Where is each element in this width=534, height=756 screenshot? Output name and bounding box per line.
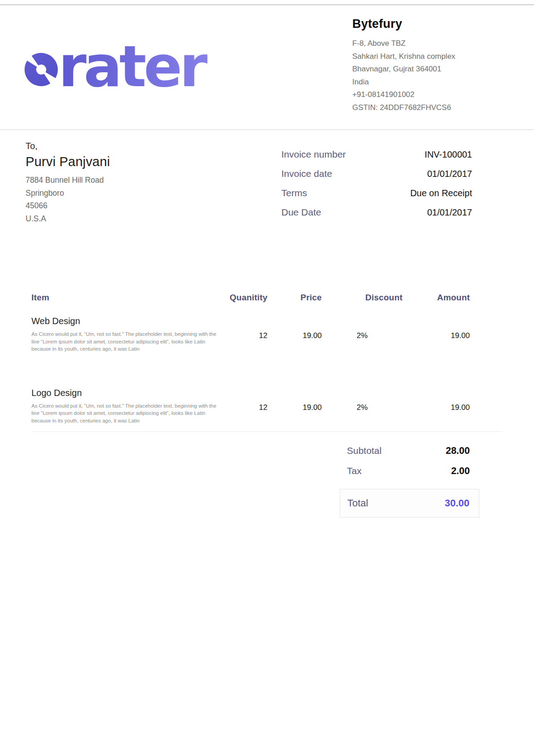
table-row: Logo Design As Cicero would put it, “Um,… — [31, 388, 470, 425]
invoice-date-value: 01/01/2017 — [427, 169, 472, 179]
item-name: Logo Design — [31, 388, 220, 398]
terms-value: Due on Receipt — [410, 188, 472, 198]
company-gstin: GSTIN: 24DDF7682FHVCS6 — [352, 101, 514, 114]
invoice-page: rater Bytefury F-8, Above TBZ Sahkari Ha… — [0, 0, 534, 756]
column-header-amount: Amount — [403, 293, 470, 303]
table-bottom-divider — [31, 431, 503, 432]
invoice-number-row: Invoice number INV-100001 — [281, 149, 472, 160]
table-row: Web Design As Cicero would put it, “Um, … — [31, 316, 470, 353]
item-name: Web Design — [31, 316, 220, 326]
top-divider — [0, 4, 534, 5]
tax-label: Tax — [347, 466, 362, 476]
column-header-discount: Discount — [322, 293, 403, 303]
items-table: Item Quanitity Price Discount Amount Web… — [31, 293, 470, 424]
total-label: Total — [347, 497, 368, 509]
company-address-line: Bhavnagar, Gujrat 364001 — [352, 63, 514, 76]
company-name: Bytefury — [352, 17, 514, 31]
crater-logo: rater — [21, 28, 218, 88]
item-discount: 2% — [322, 316, 403, 353]
customer-address-line: 45066 — [26, 199, 214, 212]
item-description: As Cicero would put it, “Um, not so fast… — [31, 330, 220, 353]
subtotal-label: Subtotal — [347, 445, 381, 456]
item-price: 19.00 — [267, 388, 322, 425]
item-discount: 2% — [322, 388, 403, 425]
item-amount: 19.00 — [403, 388, 470, 425]
customer-address: 7884 Bunnel Hill Road Springboro 45066 U… — [26, 174, 214, 225]
due-date-label: Due Date — [281, 207, 321, 218]
total-value: 30.00 — [445, 497, 469, 509]
item-price: 19.00 — [267, 316, 322, 353]
customer-name: Purvi Panjvani — [26, 154, 214, 169]
terms-label: Terms — [281, 188, 307, 198]
company-address-line: India — [352, 76, 514, 89]
customer-address-line: Springboro — [26, 187, 214, 200]
crater-logo-icon: rater — [21, 28, 218, 88]
subtotal-row: Subtotal 28.00 — [340, 445, 479, 457]
company-address-line: Sahkari Hart, Krishna complex — [352, 50, 514, 63]
item-amount: 19.00 — [403, 316, 470, 353]
company-block: Bytefury F-8, Above TBZ Sahkari Hart, Kr… — [352, 17, 514, 114]
item-quantity: 12 — [220, 388, 267, 425]
item-cell: Web Design As Cicero would put it, “Um, … — [31, 316, 220, 353]
total-box: Total 30.00 — [340, 489, 479, 518]
item-description: As Cicero would put it, “Um, not so fast… — [31, 402, 220, 425]
terms-row: Terms Due on Receipt — [281, 188, 472, 198]
item-quantity: 12 — [220, 316, 267, 353]
bill-to-block: To, Purvi Panjvani 7884 Bunnel Hill Road… — [26, 141, 214, 225]
invoice-date-label: Invoice date — [281, 168, 332, 179]
totals-block: Subtotal 28.00 Tax 2.00 Total 30.00 — [340, 445, 479, 518]
header-divider — [0, 129, 534, 130]
bill-to-label: To, — [26, 141, 214, 151]
svg-text:rater: rater — [58, 33, 208, 88]
due-date-value: 01/01/2017 — [427, 207, 472, 218]
customer-address-line: U.S.A — [26, 212, 214, 225]
item-cell: Logo Design As Cicero would put it, “Um,… — [31, 388, 220, 425]
column-header-item: Item — [31, 293, 220, 303]
customer-address-line: 7884 Bunnel Hill Road — [26, 174, 214, 187]
due-date-row: Due Date 01/01/2017 — [281, 207, 472, 218]
column-header-quantity: Quanitity — [220, 293, 267, 303]
invoice-number-label: Invoice number — [281, 149, 346, 160]
subtotal-value: 28.00 — [446, 445, 470, 457]
tax-row: Tax 2.00 — [340, 466, 479, 477]
invoice-date-row: Invoice date 01/01/2017 — [281, 168, 472, 179]
tax-value: 2.00 — [451, 466, 470, 477]
company-phone: +91-08141901002 — [352, 88, 514, 101]
items-table-header: Item Quanitity Price Discount Amount — [31, 293, 470, 303]
invoice-number-value: INV-100001 — [425, 149, 472, 160]
invoice-meta: Invoice number INV-100001 Invoice date 0… — [281, 149, 472, 226]
company-address-line: F-8, Above TBZ — [352, 37, 514, 50]
column-header-price: Price — [267, 293, 322, 303]
